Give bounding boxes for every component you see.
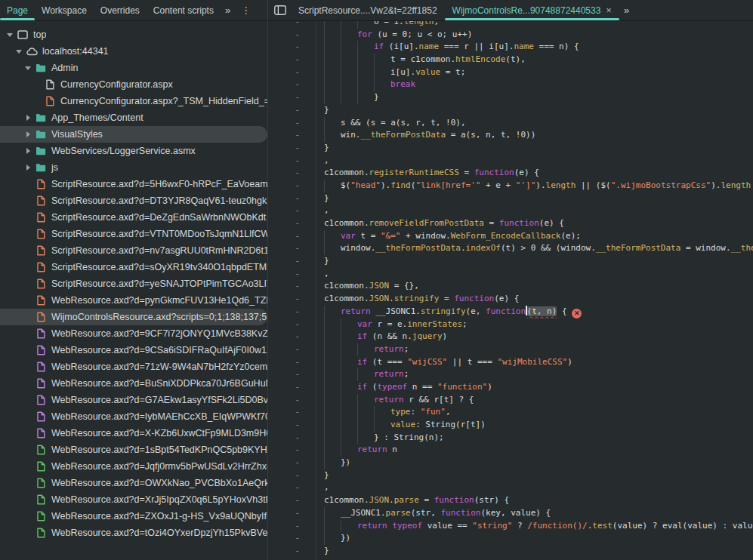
tree-item[interactable]: ScriptResource.axd?d=DT3YJR8QaqV61-teuz0… (0, 192, 267, 209)
gutter-marker[interactable]: - (268, 356, 316, 369)
tree-item[interactable]: WijmoControlsResource.axd?scripts=0;1;13… (0, 309, 267, 325)
gutter-marker[interactable]: - (268, 242, 316, 255)
tree-item[interactable]: ScriptResource.axd?d=nv7asgRUU0tRmHNR2D6… (0, 242, 267, 259)
gutter-marker[interactable]: - (268, 167, 316, 180)
chevron-right-icon[interactable] (23, 148, 33, 154)
gutter-marker[interactable]: - (268, 318, 316, 331)
tree-item[interactable]: VisualStyles (0, 126, 267, 143)
tree-item[interactable]: WebResource.axd?d=G7AEkw1asyYfSFk2Li5D0B… (0, 392, 267, 408)
tree-item[interactable]: WebResource.axd?d=1sBpt54TedKPnQC5pb9KYH… (0, 442, 267, 458)
more-tabs-chevron-icon[interactable]: » (221, 1, 235, 20)
chevron-down-icon[interactable] (23, 66, 33, 70)
gutter-marker[interactable]: - (268, 129, 316, 142)
code-token: if (357, 331, 367, 341)
gutter-marker[interactable]: - (268, 41, 316, 54)
gutter-marker[interactable]: - (268, 280, 316, 293)
gutter-marker[interactable]: - (268, 482, 316, 494)
tree-item[interactable]: ScriptResource.axd?d=sOyXR19tv340O1qbpdE… (0, 259, 267, 275)
gutter-marker[interactable]: - (268, 545, 316, 558)
chevron-down-icon[interactable] (14, 50, 24, 54)
tree-item[interactable]: WebResource.axd?d=BuSniXDDPkca70Jr6BGuHu… (0, 375, 267, 392)
gutter-marker[interactable]: - (268, 230, 316, 243)
gutter-marker[interactable]: - (268, 78, 316, 91)
tree-item[interactable]: WebResource.axd?d=71zW-9W4aN7bH2fzYz0cem… (0, 358, 267, 375)
code-text: return n (316, 444, 753, 457)
gutter-marker[interactable]: - (268, 494, 316, 507)
gutter-marker[interactable]: - (268, 406, 316, 419)
file-tab-wijmocontrols[interactable]: WijmoControlsRe...90748872440533× (445, 0, 619, 20)
tree-item[interactable]: ScriptResource.axd?d=VTNT0MDooTsJqmN1Llf… (0, 226, 267, 242)
chevron-right-icon[interactable] (23, 165, 33, 171)
chevron-down-icon[interactable] (5, 33, 15, 37)
code-text: break (316, 78, 753, 91)
file-tab-scriptresource[interactable]: ScriptResource....Vw2&t=22ff1852 (291, 0, 445, 20)
panel-body: toplocalhost:44341AdminCurrencyConfigura… (0, 21, 753, 560)
tree-item[interactable]: WebResource.axd?d=9CSa6iSDIFRaQuIfAjF0I0… (0, 342, 267, 358)
nav-tab-workspace[interactable]: Workspace (35, 1, 94, 20)
gutter-marker[interactable]: - (268, 217, 316, 230)
tree-item[interactable]: WebResource.axd?d=XrJj5IpqZX0q6L5pYHoxVh… (0, 491, 267, 508)
close-tab-icon[interactable]: × (606, 5, 612, 15)
gutter-marker[interactable]: - (268, 29, 316, 42)
gutter-marker[interactable]: - (268, 368, 316, 381)
gutter-marker[interactable]: - (268, 394, 316, 407)
tree-item[interactable]: top (0, 26, 267, 43)
tree-item[interactable]: WebResource.axd?d=9CF7i72jONYQ1MVcB38KvZ… (0, 325, 267, 342)
gutter-marker[interactable]: - (268, 54, 316, 66)
gutter-marker[interactable]: - (268, 117, 316, 130)
toggle-navigator-sidebar-icon[interactable] (274, 5, 286, 15)
gutter-marker[interactable]: - (268, 331, 316, 343)
gutter-marker[interactable]: - (268, 155, 316, 168)
tree-item[interactable]: WebResource.axd?d=IybMAEhCcXB_EIqWPWKf70… (0, 408, 267, 425)
tree-item[interactable]: App_Themes/Content (0, 109, 267, 126)
tree-item[interactable]: localhost:44341 (0, 43, 267, 60)
tree-item[interactable]: WebServices/LoggerService.asmx (0, 143, 267, 159)
gutter-marker[interactable]: - (268, 532, 316, 545)
tree-item[interactable]: ScriptResource.axd?d=yeSNAJTOPtPimTGCAo3… (0, 275, 267, 292)
gutter-marker[interactable]: - (268, 343, 316, 356)
tree-item[interactable]: Admin (0, 60, 267, 76)
gutter-marker[interactable]: - (268, 21, 316, 29)
gutter-marker[interactable]: - (268, 507, 316, 520)
gutter-marker[interactable]: - (268, 444, 316, 457)
gutter-marker[interactable]: - (268, 381, 316, 394)
gutter-marker[interactable]: - (268, 142, 316, 155)
code-line: -} (268, 469, 753, 482)
gutter-marker[interactable]: - (268, 180, 316, 192)
tree-item[interactable]: js (0, 159, 267, 176)
code-area[interactable]: -o = i.length;-for (u = 0; u < o; u++)-i… (268, 21, 753, 558)
tree-item[interactable]: CurrencyConfigurator.aspx (0, 76, 267, 93)
error-badge-icon[interactable]: ✕ (572, 309, 582, 318)
more-files-chevron-icon[interactable]: » (619, 1, 634, 20)
gutter-marker[interactable]: - (268, 520, 316, 533)
gutter-marker[interactable]: - (268, 205, 316, 217)
chevron-right-icon[interactable] (23, 131, 33, 137)
tree-item[interactable]: WebResource.axd?d=Jqfj0rmv5bPwUSdLv2HrrZ… (0, 458, 267, 475)
code-token: value (415, 67, 440, 77)
tree-item[interactable]: CurrencyConfigurator.aspx?_TSM_HiddenFie… (0, 93, 267, 109)
gutter-marker[interactable]: - (268, 192, 316, 205)
chevron-right-icon[interactable] (23, 115, 33, 121)
tree-item[interactable]: WebResource.axd?d=X-KZb6UxwCtFp9MLD3m9H0… (0, 425, 267, 442)
gutter-marker[interactable]: - (268, 104, 316, 117)
nav-tab-overrides[interactable]: Overrides (94, 1, 147, 20)
gutter-marker[interactable]: - (268, 268, 316, 281)
gutter-marker[interactable]: - (268, 293, 316, 306)
gutter-marker[interactable]: - (268, 419, 316, 432)
gutter-marker[interactable]: - (268, 432, 316, 445)
nav-tab-content-scripts[interactable]: Content scripts (147, 1, 221, 20)
gutter-marker[interactable]: - (268, 306, 316, 318)
gutter-marker[interactable]: - (268, 457, 316, 469)
tree-item[interactable]: WebResource.axd?d=ZXOxJ1-g-HS_Vx9aUQNbyI… (0, 508, 267, 525)
nav-tab-page[interactable]: Page (0, 1, 35, 20)
tree-item[interactable]: WebResource.axd?d=tOzi4OYxerDpzjYh15PkvB… (0, 525, 267, 541)
tree-item[interactable]: ScriptResource.axd?d=DeZgEdnSaWrbnNWObKd… (0, 209, 267, 226)
tree-item[interactable]: WebResource.axd?d=pynGkmcFUV13He1Qd6_TZD… (0, 292, 267, 309)
gutter-marker[interactable]: - (268, 255, 316, 268)
tree-item[interactable]: ScriptResource.axd?d=5H6wxF0-hRPcF_EaVoe… (0, 176, 267, 192)
gutter-marker[interactable]: - (268, 91, 316, 104)
tree-item[interactable]: WebResource.axd?d=OWXkNao_PVCBbXo1AeQrk… (0, 475, 267, 491)
gutter-marker[interactable]: - (268, 66, 316, 79)
gutter-marker[interactable]: - (268, 469, 316, 482)
overflow-menu-icon[interactable]: ⋮ (235, 1, 257, 20)
